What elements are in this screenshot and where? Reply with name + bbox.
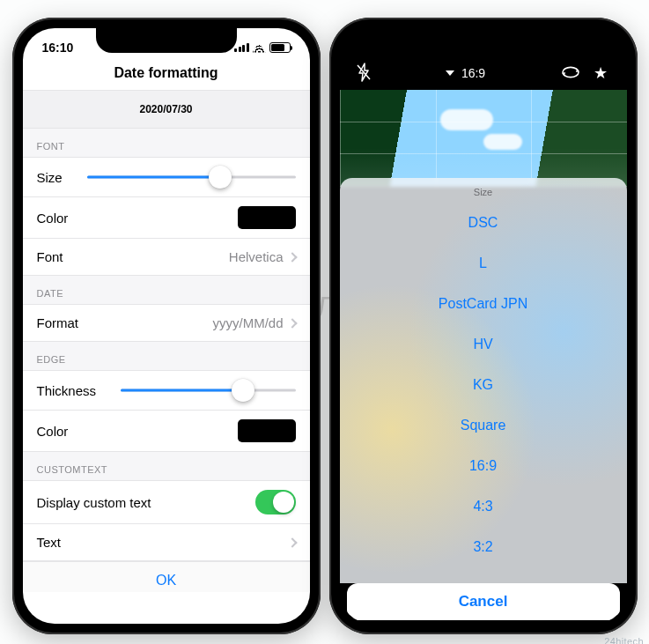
size-option-3-2[interactable]: 3:2	[340, 527, 627, 567]
source-watermark: 24hitech	[604, 636, 644, 644]
swatch-font-color[interactable]	[238, 206, 296, 229]
flash-off-icon[interactable]	[356, 63, 372, 85]
signal-icon	[234, 43, 249, 52]
label-thickness: Thickness	[37, 383, 97, 398]
star-icon[interactable]: ★	[594, 64, 611, 82]
label-edge-color: Color	[37, 424, 69, 439]
swatch-edge-color[interactable]	[238, 419, 296, 442]
row-font-color[interactable]: Color	[23, 197, 310, 239]
size-action-sheet: Size DSCLPostCard JPNHVKGSquare16:94:33:…	[340, 178, 627, 583]
status-time: 16:10	[42, 41, 74, 55]
row-date-format[interactable]: Format yyyy/MM/dd	[23, 305, 310, 342]
notch	[96, 28, 237, 53]
size-option-square[interactable]: Square	[340, 405, 627, 446]
section-header-date: DATE	[23, 276, 310, 305]
size-option-kg[interactable]: KG	[340, 365, 627, 405]
size-option-16-9[interactable]: 16:9	[340, 446, 627, 486]
label-font: Font	[37, 249, 63, 264]
size-option-dsc[interactable]: DSC	[340, 203, 627, 243]
battery-icon	[269, 42, 291, 53]
notch	[413, 28, 554, 53]
date-preview: 2020/07/30	[23, 90, 310, 129]
value-format: yyyy/MM/dd	[212, 315, 283, 330]
phone-right: 16:9 ★ Size DSCLPostCard JPNHVK	[329, 18, 638, 634]
label-custom-text: Text	[37, 535, 62, 550]
cancel-button[interactable]: Cancel	[347, 583, 620, 620]
row-edge-thickness: Thickness	[23, 371, 310, 411]
row-custom-text[interactable]: Text	[23, 524, 310, 561]
row-font-size: Size	[23, 158, 310, 197]
section-header-font: FONT	[23, 129, 310, 158]
toggle-display-custom[interactable]	[255, 490, 296, 514]
label-format: Format	[37, 315, 79, 330]
size-option-l[interactable]: L	[340, 243, 627, 284]
page-title: Date formatting	[23, 60, 310, 90]
sheet-title: Size	[340, 178, 627, 203]
ok-button[interactable]: OK	[23, 561, 310, 592]
size-option-4-3[interactable]: 4:3	[340, 486, 627, 527]
aspect-label[interactable]: 16:9	[461, 66, 485, 80]
chevron-right-icon	[287, 537, 297, 547]
label-size: Size	[37, 170, 63, 185]
size-option-hv[interactable]: HV	[340, 324, 627, 365]
chevron-right-icon	[287, 318, 297, 328]
section-header-custom: CUSTOMTEXT	[23, 452, 310, 481]
row-edge-color[interactable]: Color	[23, 411, 310, 452]
row-display-custom-text: Display custom text	[23, 481, 310, 524]
chevron-right-icon	[287, 252, 297, 262]
photo-crop-preview[interactable]	[340, 90, 627, 187]
rotate-sync-icon[interactable]	[560, 65, 581, 82]
section-header-edge: EDGE	[23, 342, 310, 371]
value-font: Helvetica	[229, 249, 284, 264]
size-option-postcard-jpn[interactable]: PostCard JPN	[340, 284, 627, 324]
slider-edge-thickness[interactable]	[121, 380, 295, 401]
label-font-color: Color	[37, 211, 69, 226]
phone-left: 16:10 Date formatting 2020/07/30 FONT Si…	[12, 18, 321, 634]
slider-font-size[interactable]	[87, 167, 296, 188]
caret-down-icon[interactable]	[446, 70, 454, 76]
row-font-family[interactable]: Font Helvetica	[23, 239, 310, 276]
camera-toolbar: 16:9 ★	[340, 56, 627, 90]
label-display-custom: Display custom text	[37, 495, 151, 510]
wifi-icon	[253, 43, 266, 53]
